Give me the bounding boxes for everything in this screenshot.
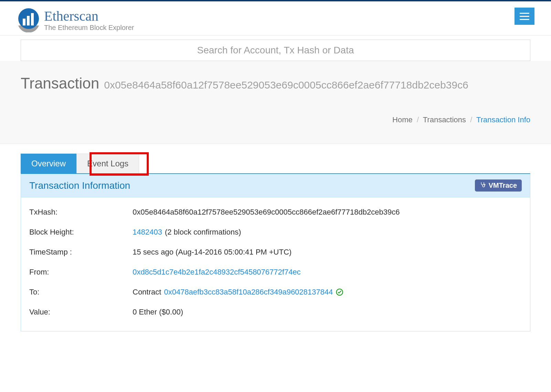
vmtrace-label: VMTrace — [489, 182, 517, 189]
block-confirmations: (2 block confirmations) — [165, 228, 241, 237]
to-address-link[interactable]: 0x0478aefb3cc83a58f10a286cf349a960281378… — [164, 288, 333, 297]
timestamp-value: 15 secs ago (Aug-14-2016 05:00:41 PM +UT… — [133, 248, 522, 257]
timestamp-label: TimeStamp : — [29, 248, 133, 257]
top-bar: Etherscan The Ethereum Block Explorer — [0, 0, 551, 35]
page-title-hash: 0x05e8464a58f60a12f7578ee529053e69c0005c… — [104, 79, 468, 91]
txhash-value: 0x05e8464a58f60a12f7578ee529053e69c0005c… — [133, 208, 522, 217]
page-title-text: Transaction — [21, 75, 99, 92]
row-block: Block Height: 1482403 (2 block confirmat… — [29, 228, 522, 237]
breadcrumb-sep: / — [417, 115, 419, 124]
breadcrumb-transactions[interactable]: Transactions — [423, 115, 466, 124]
verified-check-icon — [336, 288, 343, 296]
block-height-link[interactable]: 1482403 — [133, 228, 162, 237]
main-area: Overview Event Logs Transaction Informat… — [0, 144, 551, 331]
from-label: From: — [29, 268, 133, 277]
breadcrumb-current: Transaction Info — [476, 115, 530, 124]
panel-title: Transaction Information — [29, 180, 130, 191]
brand-name: Etherscan — [44, 9, 134, 23]
row-to: To: Contract 0x0478aefb3cc83a58f10a286cf… — [29, 288, 522, 297]
etherscan-logo-icon — [17, 8, 41, 32]
brand-tagline: The Ethereum Block Explorer — [44, 24, 134, 32]
stethoscope-icon — [480, 182, 486, 189]
tab-overview[interactable]: Overview — [21, 154, 76, 173]
hamburger-icon — [520, 13, 529, 14]
row-value: Value: 0 Ether ($0.00) — [29, 308, 522, 317]
txhash-label: TxHash: — [29, 208, 133, 217]
breadcrumb-sep: / — [470, 115, 472, 124]
to-label: To: — [29, 288, 133, 297]
svg-rect-3 — [31, 13, 34, 25]
breadcrumb: Home / Transactions / Transaction Info — [21, 115, 530, 124]
panel-body: TxHash: 0x05e8464a58f60a12f7578ee529053e… — [21, 197, 530, 331]
svg-point-4 — [484, 184, 485, 185]
brand-logo[interactable]: Etherscan The Ethereum Block Explorer — [17, 6, 134, 32]
tx-info-panel: Transaction Information VMTrace TxHash: … — [21, 173, 530, 331]
row-txhash: TxHash: 0x05e8464a58f60a12f7578ee529053e… — [29, 208, 522, 217]
tab-event-logs[interactable]: Event Logs — [76, 154, 139, 173]
svg-rect-1 — [23, 19, 25, 25]
menu-button[interactable] — [514, 8, 534, 25]
vmtrace-button[interactable]: VMTrace — [475, 179, 522, 192]
block-label: Block Height: — [29, 228, 133, 237]
panel-header: Transaction Information VMTrace — [21, 174, 530, 197]
value-label: Value: — [29, 308, 133, 317]
search-strip — [0, 35, 551, 61]
search-input[interactable] — [21, 40, 530, 61]
row-timestamp: TimeStamp : 15 secs ago (Aug-14-2016 05:… — [29, 248, 522, 257]
value-amount: 0 Ether ($0.00) — [133, 308, 522, 317]
to-prefix: Contract — [133, 288, 161, 297]
breadcrumb-home[interactable]: Home — [392, 115, 413, 124]
row-from: From: 0xd8c5d1c7e4b2e1fa2c48932cf5458076… — [29, 268, 522, 277]
svg-rect-2 — [27, 16, 30, 25]
from-address-link[interactable]: 0xd8c5d1c7e4b2e1fa2c48932cf5458076772f74… — [133, 268, 301, 277]
heading-strip: Transaction 0x05e8464a58f60a12f7578ee529… — [0, 61, 551, 144]
page-title: Transaction 0x05e8464a58f60a12f7578ee529… — [21, 75, 530, 92]
tabs: Overview Event Logs — [21, 154, 530, 173]
